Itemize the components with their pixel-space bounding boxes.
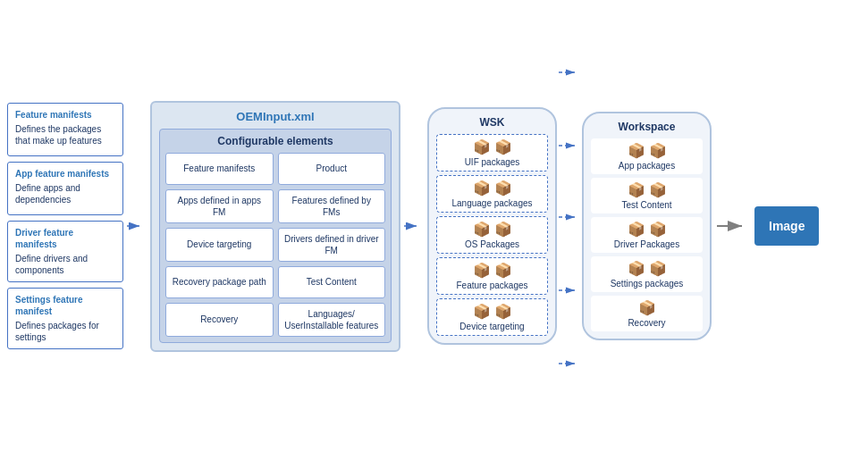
workspace-item-2: 📦 📦 Driver Packages [591,217,703,253]
package-icon: 📦 [494,221,512,238]
wsk-icons-3: 📦 📦 [442,262,542,279]
config-cell-3: Features defined by FMs [278,189,386,223]
package-icon: 📦 [628,181,645,198]
package-icon: 📦 [494,303,512,320]
image-box: Image [754,206,819,246]
package-icon: 📦 [638,299,656,316]
workspace-item-3: 📦 📦 Settings packages [591,256,703,292]
workspace-item-1: 📦 📦 Test Content [591,178,703,213]
package-icon: 📦 [494,138,512,155]
package-icon: 📦 [649,181,667,198]
configurable-box: Configurable elements Feature manifests … [159,129,392,343]
wsk-icons-4: 📦 📦 [442,303,542,320]
package-icon: 📦 [649,142,667,159]
manifest-title-driver: Driver feature manifests [15,227,115,250]
manifest-desc-settings: Defines packages for settings [15,320,115,343]
config-cell-4: Device targeting [165,228,274,262]
wsk-to-workspace-arrows [557,38,582,414]
configurable-title: Configurable elements [165,135,385,147]
wsk-item-3: 📦 📦 Feature packages [436,257,548,295]
manifest-title-features: Feature manifests [15,109,115,121]
workspace-icons-3: 📦 📦 [596,260,697,277]
wsk-icons-2: 📦 📦 [442,221,542,238]
workspace-label-4: Recovery [596,318,697,328]
package-icon: 📦 [628,221,645,238]
manifest-title-settings: Settings feature manifest [15,294,115,317]
workspace-container: Workspace 📦 📦 App packages 📦 📦 Test Cont… [582,112,712,340]
config-cell-0: Feature manifests [165,153,274,185]
wsk-icons-1: 📦 📦 [442,180,542,197]
wsk-title: WSK [436,116,548,129]
oem-title: OEMInput.xml [159,110,392,123]
manifest-box-settings: Settings feature manifest Defines packag… [7,288,123,349]
wsk-label-3: Feature packages [442,280,542,290]
package-icon: 📦 [473,180,491,197]
package-icon: 📦 [649,260,667,277]
manifest-box-driver: Driver feature manifests Define drivers … [7,221,123,282]
workspace-icons-1: 📦 📦 [596,181,697,198]
arrow-left-to-oem [127,222,147,230]
manifest-box-features: Feature manifests Defines the packages t… [7,103,123,156]
wsk-label-4: Device targeting [442,322,542,331]
config-cell-8: Recovery [165,303,274,337]
final-arrow [717,220,749,232]
workspace-item-0: 📦 📦 App packages [591,138,703,174]
package-icon: 📦 [649,221,667,238]
workspace-label-0: App packages [596,161,697,171]
oem-container: OEMInput.xml Configurable elements Featu… [150,101,400,352]
package-icon: 📦 [628,260,645,277]
workspace-icons-2: 📦 📦 [596,221,697,238]
workspace-label-2: Driver Packages [596,239,697,249]
config-cell-7: Test Content [278,266,386,298]
config-grid: Feature manifests Product Apps defined i… [165,153,385,337]
wsk-items: 📦 📦 UIF packages 📦 📦 Language packages 📦… [436,134,548,336]
workspace-icons-4: 📦 [596,299,697,316]
wsk-icons-0: 📦 📦 [442,138,542,155]
wsk-label-0: UIF packages [442,157,542,167]
left-panel: Feature manifests Defines the packages t… [7,103,123,349]
image-label: Image [769,219,805,233]
package-icon: 📦 [494,262,512,279]
wsk-label-2: OS Packages [442,239,542,249]
config-cell-6: Recovery package path [165,266,274,298]
workspace-item-4: 📦 Recovery [591,296,703,331]
config-cell-9: Languages/ UserInstallable features [278,303,386,337]
wsk-item-4: 📦 📦 Device targeting [436,298,548,336]
manifest-desc-features: Defines the packages that make up featur… [15,123,115,146]
package-icon: 📦 [628,142,645,159]
arrow-oem-to-wsk [404,222,424,230]
manifest-desc-driver: Define drivers and components [15,253,115,276]
config-cell-1: Product [278,153,386,185]
workspace-icons-0: 📦 📦 [596,142,697,159]
package-icon: 📦 [473,138,491,155]
wsk-item-0: 📦 📦 UIF packages [436,134,548,172]
config-cell-2: Apps defined in apps FM [165,189,274,223]
config-cell-5: Drivers defined in driver FM [278,228,386,262]
manifest-box-apps: App feature manifests Define apps and de… [7,162,123,215]
wsk-label-1: Language packages [442,198,542,208]
wsk-item-1: 📦 📦 Language packages [436,175,548,213]
wsk-item-2: 📦 📦 OS Packages [436,216,548,254]
workspace-label-1: Test Content [596,200,697,210]
workspace-title: Workspace [591,121,703,133]
workspace-items: 📦 📦 App packages 📦 📦 Test Content 📦 📦 Dr… [591,138,703,331]
package-icon: 📦 [494,180,512,197]
package-icon: 📦 [473,221,491,238]
manifest-title-apps: App feature manifests [15,168,115,180]
package-icon: 📦 [473,303,491,320]
manifest-desc-apps: Define apps and dependencies [15,182,115,205]
package-icon: 📦 [473,262,491,279]
workspace-label-3: Settings packages [596,279,697,289]
wsk-container: WSK 📦 📦 UIF packages 📦 📦 Language packag… [427,107,557,345]
